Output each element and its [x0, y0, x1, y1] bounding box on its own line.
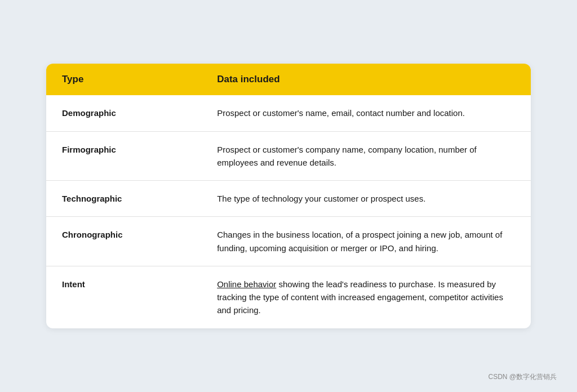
table-row: Technographic The type of technology you…	[46, 181, 531, 217]
data-cell: Prospect or customer's name, email, cont…	[201, 95, 531, 131]
table-container: Type Data included Demographic Prospect …	[46, 64, 531, 328]
table-row: Firmographic Prospect or customer's comp…	[46, 131, 531, 181]
data-cell: Prospect or customer's company name, com…	[201, 131, 531, 181]
table-row: Demographic Prospect or customer's name,…	[46, 95, 531, 131]
type-cell: Demographic	[46, 95, 201, 131]
page-wrapper: Type Data included Demographic Prospect …	[0, 0, 577, 392]
data-table: Type Data included Demographic Prospect …	[46, 64, 531, 328]
table-header-row: Type Data included	[46, 64, 531, 95]
col-type-header: Type	[46, 64, 201, 95]
data-cell: The type of technology your customer or …	[201, 181, 531, 217]
type-cell: Intent	[46, 266, 201, 328]
intent-link[interactable]: Online behavior	[217, 279, 276, 289]
table-row: Chronographic Changes in the business lo…	[46, 217, 531, 266]
table-row: Intent Online behavior showing the lead'…	[46, 266, 531, 328]
col-data-header: Data included	[201, 64, 531, 95]
type-cell: Firmographic	[46, 131, 201, 181]
data-cell-intent: Online behavior showing the lead's readi…	[201, 266, 531, 328]
data-cell: Changes in the business location, of a p…	[201, 217, 531, 266]
watermark-text: CSDN @数字化营销兵	[488, 372, 557, 382]
type-cell: Technographic	[46, 181, 201, 217]
type-cell: Chronographic	[46, 217, 201, 266]
